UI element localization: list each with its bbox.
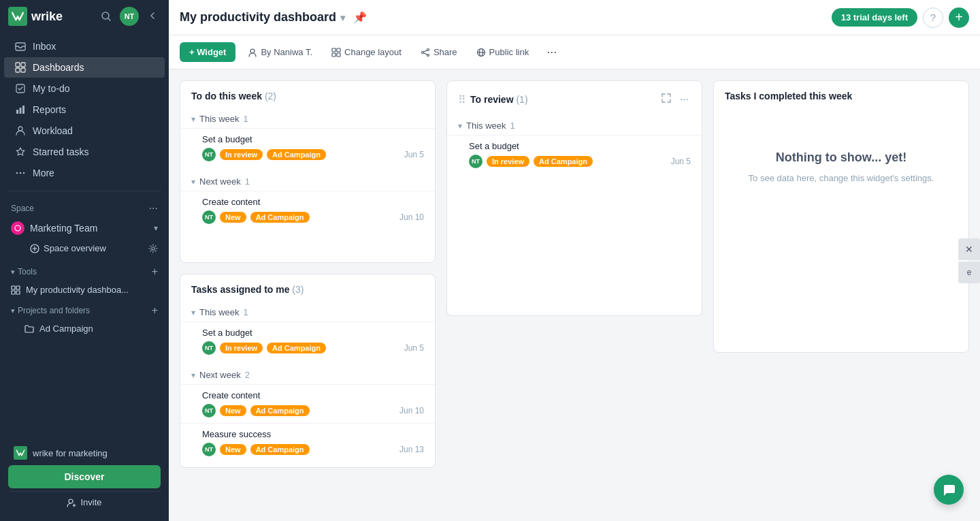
chat-icon (941, 482, 956, 497)
title-chevron-icon[interactable]: ▾ (340, 12, 345, 23)
completed-empty-desc: To see data here, change this widget's s… (749, 172, 934, 185)
sidebar-bottom: wrike for marketing Discover Invite (0, 432, 169, 521)
todo-task-date-1-1: Jun 5 (404, 150, 424, 159)
share-button[interactable]: Share (414, 42, 464, 62)
tools-label: Tools (18, 267, 37, 277)
todo-week-label-1[interactable]: ▾ This week 1 (180, 110, 435, 128)
widget-col-2: ⠿ To review (1) ··· (446, 80, 702, 510)
assigned-task-status-2-1: New (220, 405, 246, 416)
help-button[interactable]: ? (923, 7, 943, 28)
todo-week-label-2[interactable]: ▾ Next week 1 (180, 172, 435, 191)
projects-add-button[interactable]: + (152, 304, 158, 317)
assigned-task-2-2[interactable]: Measure success NT New Ad Campaign Jun 1… (180, 423, 435, 462)
completed-widget-title: Tasks I completed this week (725, 91, 852, 101)
review-task-1-1[interactable]: Set a budget NT In review Ad Campaign Ju… (447, 135, 702, 174)
sidebar-item-reports-label: Reports (33, 104, 66, 115)
space-overview-item[interactable]: Space overview (5, 239, 163, 257)
todo-task-2-1[interactable]: Create content NT New Ad Campaign Jun 10 (180, 191, 435, 230)
assigned-task-meta-2-1: NT New Ad Campaign Jun 10 (202, 404, 424, 417)
review-widget-count: (1) (516, 94, 527, 105)
page-title: My productivity dashboard (180, 10, 336, 25)
assigned-widget: Tasks assigned to me (3) ▾ This week 1 S… (180, 274, 436, 468)
todo-week-group-2: ▾ Next week 1 Create content NT New Ad C… (180, 172, 435, 235)
space-item-label: Marketing Team (30, 223, 97, 234)
side-panel-close-button[interactable]: ✕ (958, 238, 980, 260)
author-button[interactable]: By Naniwa T. (241, 42, 319, 62)
main-content: My productivity dashboard ▾ 📌 13 trial d… (169, 0, 980, 521)
sidebar-item-reports[interactable]: Reports (4, 99, 165, 120)
sidebar-item-inbox-label: Inbox (33, 41, 56, 52)
review-week-label-1[interactable]: ▾ This week 1 (447, 116, 702, 135)
search-button[interactable] (98, 8, 114, 25)
svg-point-30 (421, 51, 423, 53)
sidebar-item-inbox[interactable]: Inbox (4, 36, 165, 57)
svg-point-17 (152, 247, 154, 250)
assigned-week-label-2[interactable]: ▾ Next week 2 (180, 366, 435, 384)
sidebar-collapse-button[interactable] (144, 7, 161, 26)
global-add-button[interactable]: + (949, 7, 969, 28)
svg-rect-19 (16, 286, 20, 289)
folder-icon (24, 324, 34, 334)
trial-badge-button[interactable]: 13 trial days left (832, 8, 917, 27)
sidebar-item-my-todo[interactable]: My to-do (4, 78, 165, 99)
assigned-week-label-1[interactable]: ▾ This week 1 (180, 303, 435, 321)
todo-task-campaign-2-1: Ad Campaign (250, 212, 310, 223)
review-widget-more-button[interactable]: ··· (678, 91, 691, 108)
assigned-widget-title: Tasks assigned to me (3) (191, 284, 304, 295)
add-widget-button[interactable]: + Widget (180, 42, 235, 62)
public-link-label: Public link (489, 47, 529, 57)
review-week-group-1: ▾ This week 1 Set a budget NT In review … (447, 116, 702, 179)
sidebar-item-dashboards-label: Dashboards (33, 62, 84, 73)
project-item-ad-campaign[interactable]: Ad Campaign (5, 319, 163, 338)
projects-header[interactable]: ▾ Projects and folders + (5, 302, 163, 319)
sidebar-item-starred[interactable]: Starred tasks (4, 142, 165, 162)
review-task-avatar-1-1: NT (469, 155, 483, 168)
pin-button[interactable]: 📌 (350, 8, 370, 27)
review-widget-expand-button[interactable] (659, 91, 674, 108)
assigned-task-1-1[interactable]: Set a budget NT In review Ad Campaign Ju… (180, 321, 435, 360)
space-overview-label: Space overview (44, 243, 106, 253)
author-icon (248, 48, 257, 57)
chat-fab-button[interactable] (934, 475, 964, 505)
svg-rect-6 (21, 68, 25, 72)
user-avatar[interactable]: NT (120, 7, 139, 26)
todo-task-1-1[interactable]: Set a budget NT In review Ad Campaign Ju… (180, 128, 435, 167)
assigned-task-date-2-2: Jun 13 (399, 445, 424, 454)
change-layout-button[interactable]: Change layout (325, 42, 408, 62)
todo-widget-title: To do this week (2) (191, 91, 276, 101)
assigned-task-2-1[interactable]: Create content NT New Ad Campaign Jun 10 (180, 384, 435, 423)
change-layout-label: Change layout (344, 47, 402, 57)
sidebar-item-more[interactable]: More (4, 163, 165, 183)
sidebar-divider (8, 191, 161, 191)
side-panel-edit-button[interactable]: e (958, 262, 980, 283)
tools-item-dashboard[interactable]: My productivity dashboa... (5, 281, 163, 299)
public-link-icon (476, 48, 486, 57)
assigned-task-avatar-2-2: NT (202, 443, 216, 456)
space-item-marketing[interactable]: Marketing Team ▾ (5, 217, 163, 239)
drag-handle-icon[interactable]: ⠿ (458, 93, 466, 106)
space-more-button[interactable]: ··· (149, 202, 158, 215)
invite-button[interactable]: Invite (8, 491, 161, 513)
tools-add-button[interactable]: + (152, 266, 158, 278)
public-link-button[interactable]: Public link (470, 42, 536, 62)
svg-rect-25 (332, 48, 336, 52)
svg-rect-8 (16, 110, 18, 114)
assigned-task-meta-2-2: NT New Ad Campaign Jun 13 (202, 443, 424, 456)
widget-col-1: To do this week (2) ▾ This week 1 Set a … (180, 80, 436, 510)
completed-widget: Tasks I completed this week Nothing to s… (713, 80, 969, 353)
discover-button[interactable]: Discover (8, 465, 161, 488)
svg-point-13 (20, 172, 22, 174)
svg-point-15 (15, 225, 20, 231)
todo-task-meta-2-1: NT New Ad Campaign Jun 10 (202, 210, 424, 224)
toolbar-more-button[interactable]: ··· (541, 42, 562, 62)
wrike-marketing-label: wrike for marketing (33, 448, 108, 458)
assigned-task-date-1-1: Jun 5 (404, 343, 424, 353)
assigned-week-group-2: ▾ Next week 2 Create content NT New Ad C… (180, 366, 435, 467)
review-widget-empty-space (447, 179, 702, 315)
todo-widget-header: To do this week (2) (180, 81, 435, 110)
sidebar-item-workload[interactable]: Workload (4, 121, 165, 141)
sidebar-item-dashboards[interactable]: Dashboards (4, 57, 165, 78)
assigned-task-date-2-1: Jun 10 (399, 406, 424, 415)
settings-icon[interactable] (148, 244, 158, 253)
logo: wrike (8, 7, 93, 26)
